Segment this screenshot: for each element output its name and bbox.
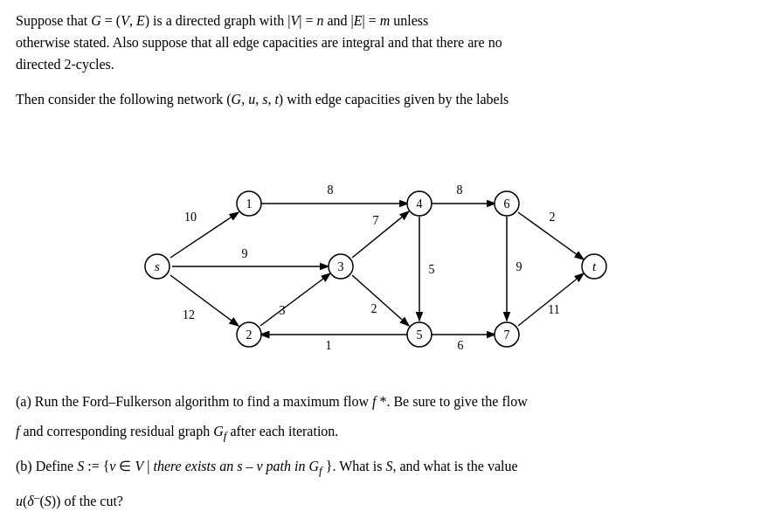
question-b-text: (b) Define S := {v ∈ V | there exists an… bbox=[16, 455, 752, 480]
edge-label-23: 3 bbox=[279, 304, 285, 317]
question-b-label: (b) bbox=[16, 459, 32, 473]
edge-label-35: 2 bbox=[370, 302, 377, 315]
svg-line-2 bbox=[170, 275, 239, 326]
question-b-text2: u(δ–(S)) of the cut? bbox=[16, 487, 752, 513]
question-a: (a) Run the Ford–Fulkerson algorithm to … bbox=[16, 390, 752, 445]
svg-text:6: 6 bbox=[503, 197, 509, 211]
graph-container: s 1 2 3 4 5 6 7 t 10 12 9 8 3 bbox=[16, 127, 752, 380]
question-b: (b) Define S := {v ∈ V | there exists an… bbox=[16, 455, 752, 512]
edge-label-34: 7 bbox=[372, 214, 378, 227]
intro-line3: directed 2-cycles. bbox=[16, 54, 752, 76]
svg-line-6 bbox=[352, 211, 409, 258]
edge-label-7t: 11 bbox=[548, 303, 559, 316]
svg-text:5: 5 bbox=[416, 328, 422, 342]
intro-line2: otherwise stated. Also suppose that all … bbox=[16, 32, 752, 54]
svg-text:4: 4 bbox=[416, 197, 422, 211]
edge-label-45: 5 bbox=[428, 263, 434, 276]
problem-intro: Then consider the following network (G, … bbox=[16, 89, 752, 111]
intro-line1: Suppose that G = (V, E) is a directed gr… bbox=[16, 10, 752, 32]
intro-paragraph: Suppose that G = (V, E) is a directed gr… bbox=[16, 10, 752, 75]
edge-label-s2: 12 bbox=[183, 308, 195, 321]
edge-label-s3: 9 bbox=[241, 247, 247, 260]
svg-line-1 bbox=[170, 212, 239, 258]
svg-line-7 bbox=[352, 275, 409, 326]
graph-svg: s 1 2 3 4 5 6 7 t 10 12 9 8 3 bbox=[105, 127, 664, 380]
svg-text:1: 1 bbox=[246, 197, 252, 211]
svg-line-14 bbox=[518, 273, 584, 326]
svg-text:s: s bbox=[155, 259, 160, 273]
svg-text:2: 2 bbox=[246, 328, 252, 342]
edge-label-6t: 2 bbox=[549, 211, 555, 224]
svg-text:3: 3 bbox=[337, 260, 343, 273]
question-a-text2: f and corresponding residual graph Gf af… bbox=[16, 420, 752, 446]
edge-label-67: 9 bbox=[515, 260, 522, 273]
edge-label-14: 8 bbox=[327, 183, 333, 197]
question-a-text: (a) Run the Ford–Fulkerson algorithm to … bbox=[16, 390, 752, 413]
svg-line-5 bbox=[260, 273, 330, 326]
edge-label-46: 8 bbox=[456, 183, 462, 197]
svg-text:7: 7 bbox=[503, 328, 509, 342]
edge-label-s1: 10 bbox=[184, 211, 197, 224]
question-a-label: (a) bbox=[16, 394, 31, 409]
problem-intro-text: Then consider the following network (G, … bbox=[16, 89, 752, 111]
edge-label-52: 1 bbox=[325, 339, 331, 352]
edge-label-57: 6 bbox=[457, 339, 463, 352]
